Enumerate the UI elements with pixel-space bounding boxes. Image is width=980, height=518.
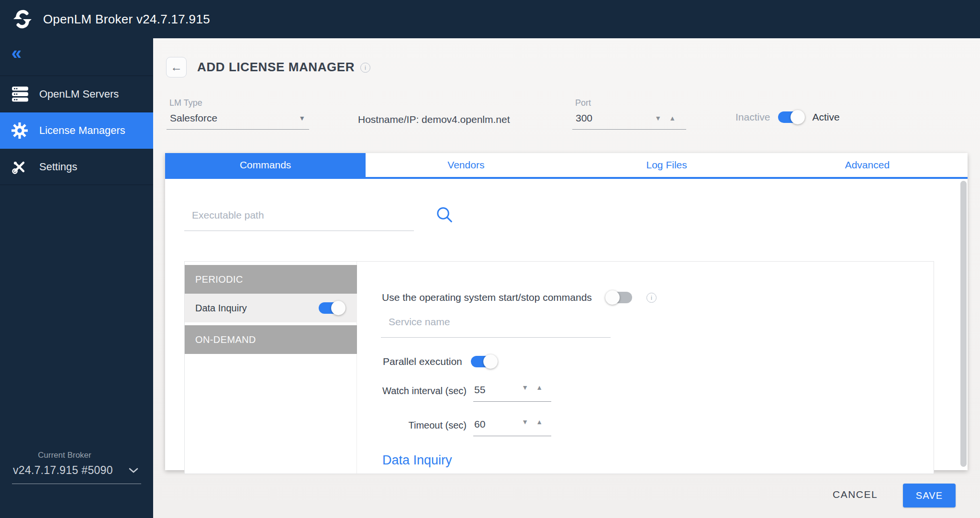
- watch-interval-row: Watch interval (sec) ▼ ▲: [357, 384, 551, 402]
- sidebar-item-label: OpenLM Servers: [39, 88, 119, 100]
- sidebar-item-license-managers[interactable]: License Managers: [0, 112, 153, 149]
- tools-icon: [11, 159, 31, 175]
- parallel-execution-label: Parallel execution: [383, 356, 462, 367]
- active-toggle[interactable]: [778, 111, 804, 123]
- port-decrement-icon[interactable]: ▼: [655, 115, 661, 121]
- openlm-logo-icon: [12, 8, 33, 31]
- active-label: Active: [812, 111, 839, 123]
- app-header: OpenLM Broker v24.7.17.915: [0, 0, 980, 38]
- toggle-knob: [331, 301, 345, 315]
- dropdown-caret-icon[interactable]: ▼: [299, 115, 305, 121]
- vertical-scrollbar[interactable]: [960, 181, 967, 467]
- port-field: Port ▼ ▲: [572, 98, 686, 130]
- watch-interval-increment-icon[interactable]: ▲: [536, 384, 543, 391]
- tab-bar: Commands Vendors Log Files Advanced: [165, 153, 968, 179]
- watch-interval-label: Watch interval (sec): [357, 384, 467, 397]
- tab-advanced[interactable]: Advanced: [767, 153, 968, 177]
- sidebar-item-openlm-servers[interactable]: OpenLM Servers: [0, 76, 153, 112]
- watch-interval-decrement-icon[interactable]: ▼: [522, 384, 528, 391]
- os-commands-label: Use the operating system start/stop comm…: [382, 292, 592, 303]
- timeout-field: ▼ ▲: [473, 419, 551, 436]
- hostname-text: Hostname/IP: demov4.openlm.net: [358, 114, 510, 125]
- menu-item-data-inquiry[interactable]: Data Inquiry: [185, 294, 357, 322]
- search-icon[interactable]: [435, 206, 454, 226]
- openlm-broker-app: OpenLM Broker v24.7.17.915 « OpenLM Serv…: [0, 0, 980, 518]
- tab-commands[interactable]: Commands: [165, 153, 366, 177]
- lm-type-value: Salesforce: [170, 112, 217, 124]
- page-title: ADD LICENSE MANAGER: [197, 60, 355, 75]
- current-broker-select: Current Broker v24.7.17.915 #5090: [12, 451, 141, 484]
- data-inquiry-toggle[interactable]: [319, 302, 345, 314]
- executable-path-input[interactable]: [184, 209, 414, 231]
- port-input[interactable]: [576, 112, 619, 124]
- menu-section-on-demand[interactable]: ON-DEMAND: [185, 325, 357, 354]
- commands-detail-pane: Use the operating system start/stop comm…: [357, 262, 934, 474]
- page-info-icon[interactable]: i: [360, 63, 370, 73]
- timeout-row: Timeout (sec) ▼ ▲: [357, 419, 551, 436]
- timeout-increment-icon[interactable]: ▲: [536, 419, 543, 425]
- tab-log-files[interactable]: Log Files: [567, 153, 767, 177]
- current-broker-value: v24.7.17.915 #5090: [13, 464, 113, 477]
- current-broker-label: Current Broker: [12, 451, 141, 460]
- timeout-label: Timeout (sec): [357, 419, 467, 431]
- sidebar-nav: OpenLM Servers: [0, 76, 153, 185]
- inactive-label: Inactive: [735, 111, 770, 123]
- current-broker-dropdown[interactable]: v24.7.17.915 #5090: [12, 464, 141, 484]
- timeout-decrement-icon[interactable]: ▼: [522, 419, 528, 425]
- tab-vendors[interactable]: Vendors: [366, 153, 566, 177]
- toggle-knob: [605, 290, 620, 305]
- service-name-field: [381, 316, 611, 338]
- os-commands-toggle[interactable]: [606, 292, 632, 303]
- back-arrow-icon: ←: [170, 60, 182, 74]
- port-increment-icon[interactable]: ▲: [669, 115, 676, 121]
- chevron-down-icon: [129, 466, 138, 475]
- back-button[interactable]: ←: [166, 57, 187, 77]
- data-inquiry-heading: Data Inquiry: [382, 453, 452, 468]
- servers-icon: [11, 86, 31, 102]
- menu-section-periodic[interactable]: PERIODIC: [185, 265, 357, 294]
- port-label: Port: [572, 98, 686, 108]
- lm-type-select[interactable]: LM Type Salesforce ▼: [167, 98, 309, 130]
- cancel-button[interactable]: CANCEL: [833, 489, 878, 500]
- os-commands-info-icon[interactable]: i: [646, 293, 657, 303]
- sidebar-item-settings[interactable]: Settings: [0, 149, 153, 185]
- parallel-execution-row: Parallel execution: [383, 355, 497, 368]
- app-title: OpenLM Broker v24.7.17.915: [43, 12, 210, 27]
- service-name-input[interactable]: [381, 316, 611, 337]
- watch-interval-input[interactable]: [474, 384, 501, 396]
- lm-type-label: LM Type: [167, 98, 309, 108]
- save-button[interactable]: SAVE: [903, 484, 956, 507]
- watch-interval-field: ▼ ▲: [473, 384, 551, 402]
- gear-icon: [11, 122, 31, 139]
- toggle-knob: [483, 354, 498, 369]
- timeout-input[interactable]: [474, 419, 501, 430]
- parallel-execution-toggle[interactable]: [471, 356, 497, 367]
- status-toggle-group: Inactive Active: [735, 111, 840, 123]
- commands-container: PERIODIC Data Inquiry ON-DEMAND Use the …: [184, 261, 934, 474]
- executable-path-field: [184, 209, 414, 231]
- sidebar-item-label: Settings: [39, 161, 78, 173]
- commands-menu: PERIODIC Data Inquiry ON-DEMAND: [185, 262, 357, 474]
- sidebar: « OpenLM Servers: [0, 38, 153, 518]
- sidebar-item-label: License Managers: [39, 124, 125, 137]
- os-commands-row: Use the operating system start/stop comm…: [382, 292, 657, 303]
- toggle-knob: [791, 110, 805, 124]
- license-manager-card: Commands Vendors Log Files Advanced PERI…: [165, 153, 968, 470]
- data-inquiry-label: Data Inquiry: [195, 303, 247, 314]
- sidebar-collapse-button[interactable]: «: [11, 44, 22, 62]
